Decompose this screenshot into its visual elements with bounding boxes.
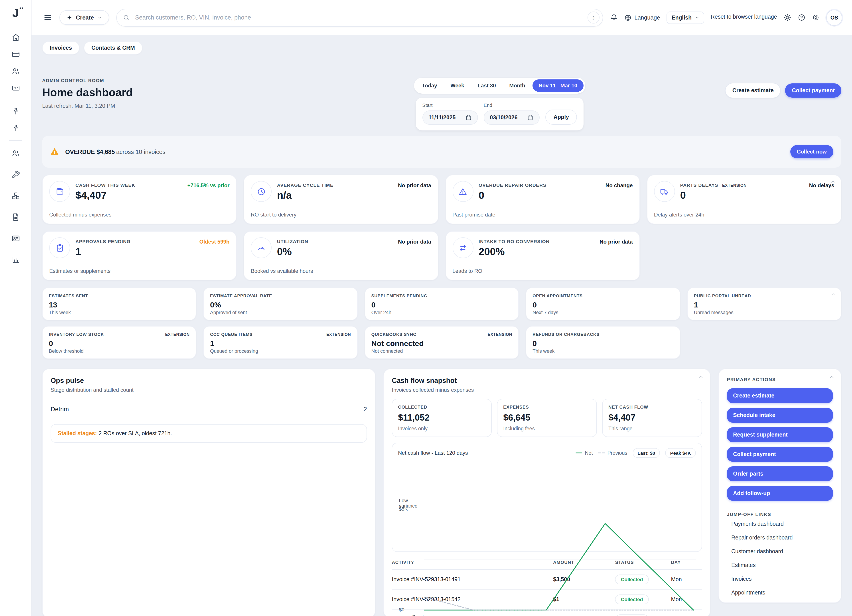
- range-pill-last30[interactable]: Last 30: [471, 79, 502, 92]
- search-shortcut-badge: J: [587, 12, 599, 24]
- ops-pulse-panel: Ops pulse Stage distribution and stalled…: [42, 369, 375, 616]
- cash-flow-stats: COLLECTED $11,052 Invoices only EXPENSES…: [392, 399, 702, 437]
- global-search[interactable]: J: [116, 9, 603, 26]
- boxes-icon[interactable]: [8, 189, 23, 202]
- avatar[interactable]: OS: [826, 9, 842, 26]
- date-range-card: Start 11/11/2025 End 03/10/2026: [415, 98, 583, 130]
- home-icon[interactable]: [8, 30, 23, 44]
- start-date-input[interactable]: 11/11/2025: [422, 110, 478, 125]
- range-pill-group: Today Week Last 30 Month Nov 11 - Mar 10: [414, 78, 585, 94]
- tab-contacts-crm[interactable]: Contacts & CRM: [84, 41, 142, 54]
- link-appointments[interactable]: Appointments: [727, 586, 833, 599]
- cash-flow-title: Cash flow snapshot: [392, 377, 702, 385]
- kpi-label: CASH FLOW THIS WEEK: [76, 182, 135, 188]
- previous-line-swatch: [598, 453, 605, 453]
- file-text-icon[interactable]: [8, 210, 23, 223]
- menu-icon[interactable]: [43, 13, 52, 22]
- kpi-caption: Delay alerts over 24h: [654, 211, 834, 218]
- net-cash-flow-chart-card: Net cash flow - Last 120 days Net Previo…: [392, 443, 702, 552]
- chevron-up-icon[interactable]: [829, 374, 835, 380]
- action-schedule-intake[interactable]: Schedule intake: [727, 408, 833, 423]
- start-label: Start: [422, 103, 478, 108]
- chevron-down-icon: [695, 15, 699, 20]
- users-icon[interactable]: [8, 64, 23, 78]
- chevron-up-icon[interactable]: [698, 374, 704, 380]
- kpi-value: 0%: [277, 246, 393, 258]
- action-create-estimate[interactable]: Create estimate: [727, 388, 833, 403]
- pin-icon[interactable]: [8, 121, 23, 134]
- stat-label: ESTIMATE APPROVAL RATE: [210, 293, 272, 298]
- stat-label: ESTIMATES SENT: [49, 293, 88, 298]
- view-tabs: Invoices Contacts & CRM: [42, 35, 841, 59]
- theme-sun-icon[interactable]: [784, 14, 791, 21]
- users-icon[interactable]: [8, 146, 23, 160]
- reset-language-link[interactable]: Reset to browser language: [711, 14, 777, 21]
- stat-net-cash-flow: NET CASH FLOW $4,407 This range: [602, 399, 702, 437]
- stat-caption: Over 24h: [372, 310, 512, 315]
- kpi-value: 200%: [479, 246, 594, 258]
- action-collect-payment[interactable]: Collect payment: [727, 447, 833, 462]
- language-select[interactable]: English: [667, 11, 704, 24]
- link-customer-dashboard[interactable]: Customer dashboard: [727, 544, 833, 558]
- stat-value: 1: [210, 340, 351, 348]
- collect-now-button[interactable]: Collect now: [790, 145, 833, 159]
- wallet-icon: [49, 181, 70, 202]
- stat-expenses: EXPENSES $6,645 Including fees: [497, 399, 597, 437]
- action-request-supplement[interactable]: Request supplement: [727, 427, 833, 442]
- cash-flow-subtitle: Invoices collected minus expenses: [392, 387, 702, 393]
- stat-label: PUBLIC PORTAL UNREAD: [694, 293, 751, 298]
- link-estimates[interactable]: Estimates: [727, 558, 833, 572]
- ops-pulse-subtitle: Stage distribution and stalled count: [51, 387, 367, 393]
- cf-value: $11,052: [398, 412, 485, 423]
- kpi-value: $4,407: [76, 189, 182, 201]
- bell-icon[interactable]: [610, 14, 618, 21]
- kpi-label: OVERDUE REPAIR ORDERS: [479, 182, 546, 188]
- search-input[interactable]: [134, 14, 583, 21]
- stalled-text: 2 ROs over SLA, oldest 721h.: [98, 430, 172, 436]
- chevron-up-icon[interactable]: [831, 292, 835, 297]
- range-pill-month[interactable]: Month: [503, 79, 532, 92]
- end-date-input[interactable]: 03/10/2026: [484, 110, 540, 125]
- stage-count: 2: [363, 406, 367, 412]
- sidebar-nav-top: [8, 30, 23, 134]
- gear-icon[interactable]: [812, 14, 820, 21]
- language-group: Language: [624, 14, 660, 21]
- action-order-parts[interactable]: Order parts: [727, 466, 833, 482]
- kpi-caption: Collected minus expenses: [49, 211, 230, 218]
- stat-card-supplements-pending: SUPPLEMENTS PENDING 0 Over 24h: [365, 287, 519, 320]
- link-payments-dashboard[interactable]: Payments dashboard: [727, 517, 833, 531]
- kpi-delta: Oldest 599h: [199, 237, 230, 245]
- wrench-icon[interactable]: [8, 168, 23, 181]
- range-pill-today[interactable]: Today: [415, 79, 443, 92]
- stat-card-refunds: REFUNDS OR CHARGEBACKS 0 This week: [526, 326, 680, 359]
- help-icon[interactable]: [798, 14, 805, 21]
- stat-caption: Unread messages: [694, 310, 835, 315]
- meter-card-icon[interactable]: [8, 81, 23, 95]
- stat-card-approval-rate: ESTIMATE APPROVAL RATE 0% Approved of se…: [204, 287, 358, 320]
- create-estimate-button[interactable]: Create estimate: [725, 83, 781, 98]
- kpi-delta: No change: [606, 181, 633, 189]
- stat-value: 0: [372, 301, 512, 310]
- kpi-card-utilization: UTILIZATION 0% No prior data Booked vs a…: [244, 231, 438, 280]
- collect-payment-button[interactable]: Collect payment: [785, 83, 841, 98]
- tab-invoices[interactable]: Invoices: [42, 41, 79, 54]
- link-invoices[interactable]: Invoices: [727, 572, 833, 586]
- bar-chart-icon[interactable]: [8, 253, 23, 266]
- stat-label: CCC QUEUE ITEMS: [210, 332, 253, 337]
- search-icon: [123, 14, 130, 21]
- apply-button[interactable]: Apply: [545, 110, 577, 125]
- chevron-up-icon[interactable]: [830, 179, 835, 184]
- sidebar-divider: [9, 140, 22, 140]
- kpi-caption: Booked vs available hours: [251, 268, 431, 274]
- range-pill-week[interactable]: Week: [444, 79, 470, 92]
- credit-card-icon[interactable]: [8, 47, 23, 61]
- id-card-icon[interactable]: [8, 232, 23, 245]
- pin-icon[interactable]: [8, 104, 23, 118]
- range-pill-custom-active[interactable]: Nov 11 - Mar 10: [532, 79, 583, 92]
- stat-value: 0: [49, 340, 190, 348]
- create-button[interactable]: Create: [59, 10, 109, 25]
- action-add-follow-up[interactable]: Add follow-up: [727, 486, 833, 501]
- cf-label: NET CASH FLOW: [608, 405, 696, 409]
- stat-collected: COLLECTED $11,052 Invoices only: [392, 399, 492, 437]
- link-repair-orders-dashboard[interactable]: Repair orders dashboard: [727, 531, 833, 544]
